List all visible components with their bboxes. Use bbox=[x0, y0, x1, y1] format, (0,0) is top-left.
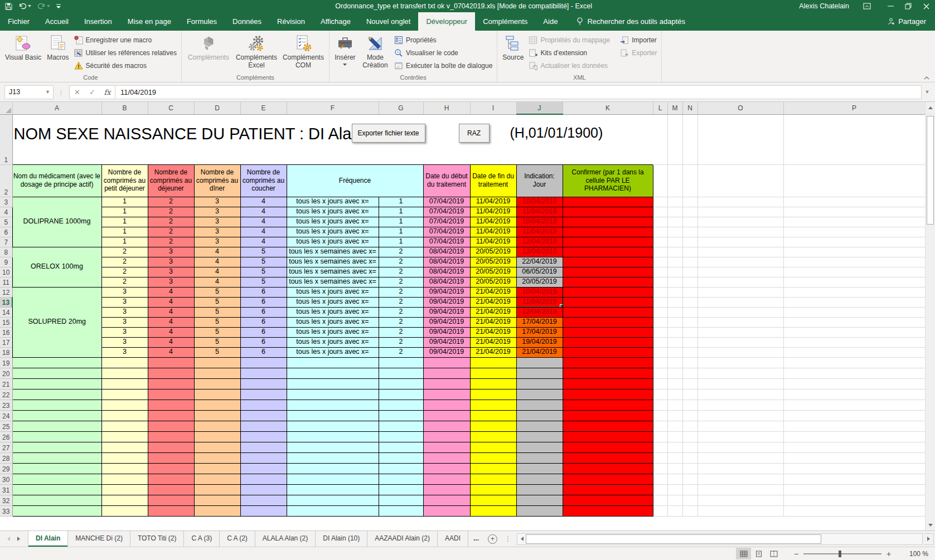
ribbon-tab-accueil[interactable]: Accueil bbox=[37, 12, 76, 31]
cell-N22[interactable] bbox=[682, 389, 697, 400]
cell-G15[interactable]: 2 bbox=[379, 317, 423, 327]
cell-P32[interactable] bbox=[783, 495, 925, 505]
executer-boite-button[interactable]: Exécuter la boîte de dialogue bbox=[392, 59, 495, 72]
row-header-10[interactable]: 10 bbox=[0, 267, 12, 277]
row-header-14[interactable]: 14 bbox=[0, 307, 12, 317]
cell-I25[interactable] bbox=[470, 421, 516, 431]
cell-C23[interactable] bbox=[148, 400, 194, 410]
share-button[interactable]: Partager bbox=[888, 12, 935, 31]
cell-F26[interactable] bbox=[287, 431, 379, 442]
cell-C19[interactable] bbox=[148, 357, 194, 368]
cell-I23[interactable] bbox=[470, 400, 516, 410]
cell-B14[interactable]: 3 bbox=[101, 307, 148, 317]
cell-F2[interactable]: Fréquence bbox=[287, 164, 423, 197]
cell-M19[interactable] bbox=[667, 357, 682, 368]
exporter-button[interactable]: Exporter bbox=[618, 46, 659, 59]
cell-B17[interactable]: 3 bbox=[101, 337, 148, 347]
zoom-in-icon[interactable]: + bbox=[884, 549, 894, 558]
cell-P27[interactable] bbox=[783, 442, 925, 452]
cell-H14[interactable]: 09/04/2019 bbox=[423, 307, 470, 317]
cell-C28[interactable] bbox=[148, 452, 194, 463]
cell-A29[interactable] bbox=[12, 463, 101, 474]
cell-E20[interactable] bbox=[240, 368, 287, 378]
cell-N6[interactable] bbox=[682, 227, 697, 237]
cell-K13[interactable] bbox=[563, 297, 653, 307]
cell-H8[interactable]: 08/04/2019 bbox=[423, 247, 470, 257]
cell-J7[interactable]: 12/04/2019 bbox=[516, 237, 563, 247]
cell-P11[interactable] bbox=[783, 277, 925, 287]
row-header-6[interactable]: 6 bbox=[0, 227, 12, 237]
cell-E27[interactable] bbox=[240, 442, 287, 452]
cell-I28[interactable] bbox=[470, 452, 516, 463]
cell-N17[interactable] bbox=[682, 337, 697, 347]
cell-P14[interactable] bbox=[783, 307, 925, 317]
cell-G32[interactable] bbox=[379, 495, 423, 505]
cell-L31[interactable] bbox=[653, 484, 667, 495]
cell-I22[interactable] bbox=[470, 389, 516, 400]
cell-A22[interactable] bbox=[12, 389, 101, 400]
row-header-8[interactable]: 8 bbox=[0, 247, 12, 257]
cell-J8[interactable]: 13/04/2019 bbox=[516, 247, 563, 257]
cell-O21[interactable] bbox=[697, 378, 783, 389]
cell-G20[interactable] bbox=[379, 368, 423, 378]
sheet-tab-c-a-3[interactable]: C A (3) bbox=[184, 531, 220, 547]
cell-A1[interactable]: NOM SEXE NAISSANCE DU PATIENT : DI Alain… bbox=[12, 114, 653, 164]
proprietes-mappage-button[interactable]: Propriétés du mappage bbox=[526, 33, 612, 46]
cell-F8[interactable]: tous les x semaines avec x= bbox=[287, 247, 379, 257]
user-name[interactable]: Alexis Chatelain bbox=[799, 2, 849, 10]
sheet-tab-di-alain-10[interactable]: DI Alain (10) bbox=[316, 531, 367, 547]
sheet-tab-toto-titi-2[interactable]: TOTO Titi (2) bbox=[130, 531, 185, 547]
cell-E7[interactable]: 4 bbox=[240, 237, 287, 247]
cell-P18[interactable] bbox=[783, 347, 925, 357]
cell-L15[interactable] bbox=[653, 317, 667, 327]
cell-O27[interactable] bbox=[697, 442, 783, 452]
cell-M10[interactable] bbox=[667, 267, 682, 277]
cell-O29[interactable] bbox=[697, 463, 783, 474]
cell-F32[interactable] bbox=[287, 495, 379, 505]
cell-D29[interactable] bbox=[194, 463, 240, 474]
cell-A19[interactable] bbox=[12, 357, 101, 368]
column-header-O[interactable]: O bbox=[697, 102, 783, 114]
ribbon-tab-compl-ments[interactable]: Compléments bbox=[475, 12, 535, 31]
cell-D6[interactable]: 3 bbox=[194, 227, 240, 237]
ribbon-tab-aide[interactable]: Aide bbox=[535, 12, 565, 31]
cell-C5[interactable]: 2 bbox=[148, 217, 194, 227]
cell-I33[interactable] bbox=[470, 505, 516, 516]
cell-K33[interactable] bbox=[563, 505, 653, 516]
cell-N11[interactable] bbox=[682, 277, 697, 287]
row-header-24[interactable]: 24 bbox=[0, 410, 12, 421]
page-layout-view-icon[interactable] bbox=[751, 548, 766, 559]
cell-J6[interactable]: 11/04/2019 bbox=[516, 227, 563, 237]
cell-F13[interactable]: tous les x jours avec x= bbox=[287, 297, 379, 307]
cell-G23[interactable] bbox=[379, 400, 423, 410]
cell-E8[interactable]: 5 bbox=[240, 247, 287, 257]
cell-H10[interactable]: 08/04/2019 bbox=[423, 267, 470, 277]
raz-button[interactable]: RAZ bbox=[459, 124, 490, 143]
cell-I6[interactable]: 11/04/2019 bbox=[470, 227, 516, 237]
cell-L28[interactable] bbox=[653, 452, 667, 463]
name-box-dropdown-icon[interactable]: ▼ bbox=[45, 89, 53, 95]
expand-formula-bar-icon[interactable]: ▼ bbox=[922, 89, 933, 95]
cell-I5[interactable]: 11/04/2019 bbox=[470, 217, 516, 227]
column-header-H[interactable]: H bbox=[423, 102, 470, 114]
cell-A12[interactable]: SOLUPRED 20mg bbox=[12, 287, 101, 357]
row-header-19[interactable]: 19 bbox=[0, 357, 12, 368]
macro-security-button[interactable]: Sécurité des macros bbox=[72, 59, 179, 72]
visualiser-code-button[interactable]: Visualiser le code bbox=[392, 46, 495, 59]
complements-com-button[interactable]: Compléments COM bbox=[280, 32, 327, 72]
cell-O25[interactable] bbox=[697, 421, 783, 431]
cell-C32[interactable] bbox=[148, 495, 194, 505]
cell-M27[interactable] bbox=[667, 442, 682, 452]
cell-L23[interactable] bbox=[653, 400, 667, 410]
cell-I13[interactable]: 21/04/2019 bbox=[470, 297, 516, 307]
cell-F12[interactable]: tous les x jours avec x= bbox=[287, 287, 379, 297]
cell-P29[interactable] bbox=[783, 463, 925, 474]
cell-E19[interactable] bbox=[240, 357, 287, 368]
cell-G4[interactable]: 1 bbox=[379, 207, 423, 217]
source-button[interactable]: Source bbox=[500, 32, 526, 72]
sheet-tab-aazaadi-alain-2[interactable]: AAZAADI Alain (2) bbox=[367, 531, 438, 547]
cell-I20[interactable] bbox=[470, 368, 516, 378]
cell-H33[interactable] bbox=[423, 505, 470, 516]
cell-P24[interactable] bbox=[783, 410, 925, 421]
cell-F6[interactable]: tous les x jours avec x= bbox=[287, 227, 379, 237]
